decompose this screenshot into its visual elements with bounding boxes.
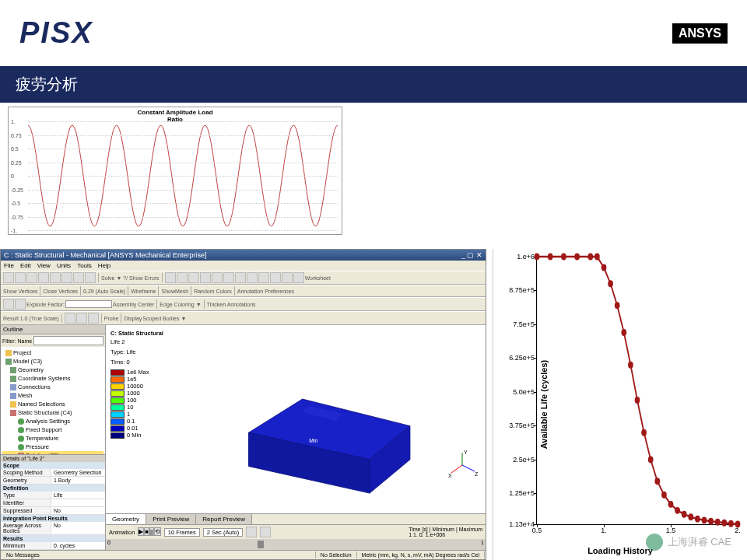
sine-ytick: 0 (11, 173, 14, 179)
model-viewport[interactable]: C: Static Structural Life 2 Type: Life T… (106, 325, 486, 513)
tb-probe[interactable]: Probe (104, 316, 119, 321)
anim-button[interactable]: ⟲ (154, 527, 161, 536)
tb-icon[interactable] (270, 272, 281, 283)
tb-result-scale[interactable]: Result 1.0 (True Scale) (3, 316, 59, 321)
tb-icon[interactable] (3, 272, 14, 283)
menu-view[interactable]: View (37, 262, 51, 269)
tb-icon[interactable] (188, 272, 199, 283)
tb-showmesh[interactable]: ShowMesh (161, 289, 188, 294)
status-units: Metric (mm, kg, N, s, mV, mA) Degrees ra… (357, 551, 485, 558)
anim-icon[interactable] (260, 527, 271, 537)
detail-row[interactable]: Minimum0. cycles (1, 542, 105, 550)
tb-icon[interactable] (15, 299, 26, 310)
tb-assembly-center[interactable]: Assembly Center (113, 302, 154, 307)
tb-icon[interactable] (85, 272, 96, 283)
tb-icon[interactable] (65, 313, 75, 324)
tree-item[interactable]: Temperature (2, 434, 103, 443)
anim-icon[interactable] (246, 527, 257, 537)
tb-wireframe[interactable]: Wireframe (131, 289, 156, 294)
anim-button[interactable]: ■ (144, 527, 149, 536)
tb-icon[interactable] (247, 272, 258, 283)
menu-edit[interactable]: Edit (20, 262, 31, 269)
timeline-slider[interactable]: 0 1 (106, 539, 486, 550)
detail-row[interactable]: Scoping MethodGeometry Selection (1, 469, 105, 477)
tree-item[interactable]: Coordinate Systems (2, 374, 103, 383)
svg-point-28 (675, 507, 680, 514)
tb-icon[interactable] (50, 272, 61, 283)
sine-ytick: 0.75 (11, 132, 22, 138)
tb-scale[interactable]: 0.29 (Auto Scale) (83, 289, 125, 294)
tree-item[interactable]: Fixed Support (2, 425, 103, 434)
tb-thicken[interactable]: Thicken Annotations (207, 302, 256, 307)
detail-row[interactable]: Geometry1 Body (1, 477, 105, 485)
tb-close-vertices[interactable]: Close Vertices (43, 289, 78, 294)
details-header: Details of "Life 2" (1, 455, 105, 462)
svg-point-29 (682, 511, 687, 518)
svg-point-23 (641, 429, 647, 436)
tree-item[interactable]: Mesh (2, 391, 103, 400)
tb-annot-prefs[interactable]: Annotation Preferences (237, 289, 294, 294)
filter-input[interactable] (33, 336, 103, 345)
tree-item[interactable]: Project (2, 348, 103, 357)
svg-point-34 (715, 519, 721, 526)
tb-icon[interactable] (212, 272, 223, 283)
tree-item[interactable]: Model (C3) (2, 357, 103, 366)
menu-help[interactable]: Help (98, 262, 110, 269)
anim-button[interactable]: || (149, 527, 154, 536)
tb-icon[interactable] (38, 272, 49, 283)
tb-icon[interactable] (3, 299, 14, 310)
detail-row[interactable]: TypeLife (1, 492, 105, 499)
tb-icon[interactable] (76, 313, 87, 324)
tree-item[interactable]: Static Structural (C4) (2, 408, 103, 417)
tb-random-colors[interactable]: Random Colors (194, 289, 232, 294)
vp-tab[interactable]: Report Preview (196, 514, 252, 524)
tb-icon[interactable] (73, 272, 84, 283)
detail-group: Scope (1, 462, 105, 469)
worksheet-button[interactable]: Worksheet (305, 275, 331, 281)
svg-point-18 (608, 280, 613, 287)
window-controls[interactable]: _ ▢ ✕ (461, 251, 482, 259)
svg-text:Z: Z (475, 471, 478, 477)
tree-item[interactable]: Named Selections (2, 400, 103, 408)
tree-item[interactable]: Pressure (2, 443, 103, 451)
filter-type[interactable]: Name (18, 338, 33, 344)
frames-input[interactable]: 10 Frames (164, 528, 200, 537)
tb-scoped-bodies[interactable]: Scoped Bodies ▼ (142, 316, 186, 321)
tb-edge-coloring[interactable]: Edge Coloring ▼ (160, 302, 201, 307)
detail-row[interactable]: Identifier (1, 499, 105, 507)
tb-icon[interactable] (200, 272, 211, 283)
sine-ytick: -0.25 (11, 187, 23, 192)
tree-item[interactable]: Analysis Settings (2, 417, 103, 425)
sine-ytick: -0.5 (11, 201, 20, 206)
menu-file[interactable]: File (4, 262, 14, 269)
sec-input[interactable]: 2 Sec (Auto) (203, 528, 244, 537)
tree-item[interactable]: Connections (2, 383, 103, 391)
detail-row[interactable]: SuppressedNo (1, 507, 105, 515)
detail-row[interactable]: Average Across BodiesNo (1, 522, 105, 535)
vp-tab[interactable]: Geometry (106, 514, 146, 524)
tree-item[interactable]: Geometry (2, 366, 103, 374)
outline-tree[interactable]: ProjectModel (C3)GeometryCoordinate Syst… (1, 347, 105, 454)
menu-units[interactable]: Units (57, 262, 71, 269)
tb-icon[interactable] (88, 313, 99, 324)
tb-show-vertices[interactable]: Show Vertices (3, 289, 37, 294)
status-selection: No Selection (316, 551, 357, 558)
svg-point-13 (561, 254, 566, 261)
explode-slider[interactable] (65, 300, 112, 308)
tb-icon[interactable] (15, 272, 26, 283)
tb-icon[interactable] (293, 272, 304, 283)
menu-tools[interactable]: Tools (77, 262, 92, 269)
svg-point-21 (628, 362, 633, 369)
tb-icon[interactable] (61, 272, 72, 283)
solve-button[interactable]: Solve ▼ ?/ Show Errors (101, 275, 160, 281)
vp-tab[interactable]: Print Preview (146, 514, 196, 524)
tb-icon[interactable] (165, 272, 176, 283)
tb-icon[interactable] (235, 272, 246, 283)
tb-icon[interactable] (177, 272, 188, 283)
tb-icon[interactable] (223, 272, 234, 283)
svg-point-36 (728, 520, 734, 527)
tb-icon[interactable] (282, 272, 293, 283)
svg-point-11 (535, 254, 540, 261)
tb-icon[interactable] (26, 272, 37, 283)
tb-icon[interactable] (258, 272, 269, 283)
